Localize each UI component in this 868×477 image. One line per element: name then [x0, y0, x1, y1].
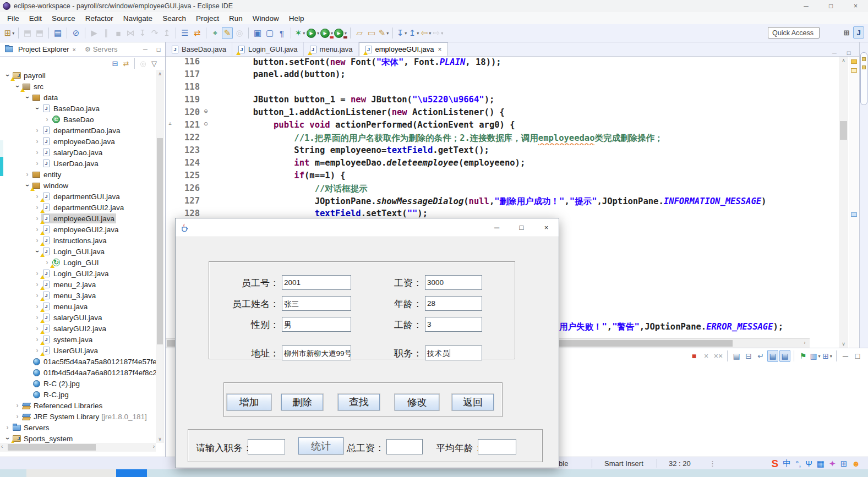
- editor-vertical-scrollbar[interactable]: ∧ ∨: [839, 57, 848, 348]
- tree-item-userdao-java[interactable]: ›JUserDao.java: [0, 158, 156, 169]
- ime-mic-icon[interactable]: Ψ: [805, 459, 812, 468]
- scroll-up-icon[interactable]: ∧: [839, 58, 848, 63]
- restore-view-icon[interactable]: [862, 57, 866, 61]
- open-type-icon[interactable]: ▣: [252, 27, 263, 39]
- info-marker[interactable]: [851, 212, 857, 217]
- open-type-hierarchy-icon[interactable]: ▱: [354, 27, 365, 39]
- job-input[interactable]: [248, 439, 285, 454]
- tree-item-basedao[interactable]: ›CBaseDao: [0, 114, 156, 125]
- minimize-editor-icon[interactable]: ─: [827, 50, 842, 56]
- tree-item-menu-2-java[interactable]: ›Jmenu_2.java: [0, 279, 156, 290]
- expand-arrow-icon[interactable]: ›: [33, 138, 41, 145]
- tree-item-departmentgui-java[interactable]: ›JdepartmentGUI.java: [0, 191, 156, 202]
- tree-item-01ac5f5d4aa7a5a8012187f4e57fe2-j[interactable]: 01ac5f5d4aa7a5a8012187f4e57fe2.j: [0, 356, 156, 367]
- show-stderr-console-icon[interactable]: ▤: [779, 350, 790, 362]
- dropdown-arrow-icon[interactable]: ▾: [818, 354, 821, 359]
- tree-item-r-c-2-jpg[interactable]: R-C (2).jpg: [0, 378, 156, 389]
- resume-icon[interactable]: ▶: [89, 27, 100, 39]
- scroll-right-icon[interactable]: ›: [801, 340, 809, 346]
- last-edit-location-icon[interactable]: ↧▾: [396, 27, 407, 39]
- ime-keyboard-icon[interactable]: ▦: [817, 459, 825, 469]
- scroll-lock-icon[interactable]: ⊟: [743, 350, 754, 362]
- tree-item-payroll[interactable]: ›Jpayroll: [0, 70, 156, 81]
- editor-tab-login-gui-java[interactable]: JLogin_GUI.java: [232, 42, 304, 56]
- ime-skin-icon[interactable]: ✦: [829, 459, 836, 469]
- tree-item-login-gui-java[interactable]: ›JLogin_GUI.java: [0, 246, 156, 257]
- show-stdout-console-icon[interactable]: ▤: [767, 350, 778, 362]
- tree-item-employeedao-java[interactable]: ›JemployeeDao.java: [0, 136, 156, 147]
- step-over-icon[interactable]: ↷: [149, 27, 160, 39]
- menu-help[interactable]: Help: [284, 14, 309, 23]
- minimize-window-icon[interactable]: ─: [794, 0, 818, 12]
- run-icon[interactable]: ▶▾: [307, 27, 319, 39]
- expand-arrow-icon[interactable]: ›: [23, 171, 31, 178]
- view-tab-project-explorer[interactable]: Project Explorer×: [0, 42, 80, 56]
- show-whitespace-icon[interactable]: ¶: [276, 27, 287, 39]
- dropdown-arrow-icon[interactable]: ▾: [317, 31, 319, 36]
- next-edit-location-icon[interactable]: ↥▾: [408, 27, 419, 39]
- menu-file[interactable]: File: [2, 14, 24, 23]
- annotate-icon[interactable]: ✎▾: [378, 27, 389, 39]
- field-input[interactable]: 柳州市新柳大道99号: [282, 346, 351, 360]
- fast-view-bar[interactable]: [860, 52, 867, 105]
- tree-item-menu-3-java[interactable]: ›Jmenu_3.java: [0, 290, 156, 301]
- total-salary-input[interactable]: [386, 439, 423, 454]
- field-input[interactable]: 技术员: [425, 346, 482, 360]
- open-console-icon[interactable]: ⊞▾: [822, 350, 833, 362]
- open-resource-icon[interactable]: ▢: [264, 27, 275, 39]
- expand-arrow-icon[interactable]: ›: [13, 413, 21, 420]
- tree-item-employeegui-java[interactable]: ›JemployeeGUI.java: [0, 213, 156, 224]
- editor-tab-menu-java[interactable]: Jmenu.java: [304, 42, 359, 56]
- dropdown-arrow-icon[interactable]: ▾: [331, 31, 333, 36]
- expand-arrow-icon[interactable]: ›: [33, 149, 41, 156]
- open-element-icon[interactable]: ☰: [179, 27, 190, 39]
- dialog-button-0[interactable]: 增加: [227, 394, 271, 410]
- forward-icon[interactable]: ⇨▾: [433, 27, 444, 39]
- fold-collapse-icon[interactable]: ⊖: [200, 120, 212, 133]
- ime-emoji-icon[interactable]: ☻: [851, 459, 860, 468]
- taskbar-active-button[interactable]: [116, 469, 147, 477]
- coverage-icon[interactable]: ▶▾: [320, 27, 333, 39]
- menu-refactor[interactable]: Refactor: [80, 14, 118, 23]
- dropdown-arrow-icon[interactable]: ▾: [12, 31, 14, 36]
- maximize-editor-icon[interactable]: □: [842, 50, 856, 56]
- field-input[interactable]: 28: [425, 296, 482, 311]
- scroll-down-icon[interactable]: ∨: [839, 341, 848, 347]
- search-icon[interactable]: ⌖: [210, 27, 221, 39]
- field-input[interactable]: 男: [282, 317, 351, 332]
- view-menu-icon[interactable]: ▽: [149, 57, 159, 69]
- dropdown-arrow-icon[interactable]: ▾: [303, 31, 305, 36]
- occurrence-marker[interactable]: [851, 59, 857, 64]
- mark-occurrences-icon[interactable]: ✎: [222, 27, 233, 39]
- dialog-button-1[interactable]: 删除: [281, 394, 323, 410]
- editor-tab-employeegui-java[interactable]: JemployeeGUI.java×: [359, 42, 448, 56]
- disconnect-icon[interactable]: ⋈: [125, 27, 136, 39]
- scroll-up-icon[interactable]: ∧: [156, 71, 164, 76]
- close-window-icon[interactable]: ×: [843, 0, 868, 12]
- expand-arrow-icon[interactable]: ›: [3, 424, 12, 431]
- expand-arrow-icon[interactable]: ›: [43, 116, 51, 123]
- scrollbar-thumb[interactable]: [8, 444, 96, 451]
- menu-project[interactable]: Project: [191, 14, 224, 23]
- tree-item-system-java[interactable]: ›Jsystem.java: [0, 334, 156, 345]
- dropdown-arrow-icon[interactable]: ▾: [405, 31, 407, 36]
- focus-icon[interactable]: ◎: [138, 57, 148, 69]
- tree-item-basedao-java[interactable]: ›JBaseDao.java: [0, 103, 156, 114]
- remove-all-launches-icon[interactable]: ××: [713, 350, 724, 362]
- tree-item-departmentgui2-java[interactable]: ›JdepartmentGUI2.java: [0, 202, 156, 213]
- scroll-right-icon[interactable]: ›: [153, 443, 155, 449]
- project-tree[interactable]: ›Jpayroll›src›data›JBaseDao.java›CBaseDa…: [0, 70, 156, 443]
- menu-navigate[interactable]: Navigate: [118, 14, 157, 23]
- word-wrap-icon[interactable]: ↵: [755, 350, 766, 362]
- maximize-view-icon[interactable]: □: [852, 350, 863, 362]
- editor-tab-basedao-java[interactable]: JBaseDao.java: [166, 42, 232, 56]
- view-tab-servers[interactable]: ⚙Servers: [80, 42, 124, 56]
- field-input[interactable]: 3: [425, 317, 482, 332]
- scroll-down-icon[interactable]: ∨: [156, 436, 164, 442]
- dialog-maximize-icon[interactable]: □: [509, 218, 534, 237]
- tree-item-src[interactable]: ›src: [0, 81, 156, 92]
- tree-item-usergui-java[interactable]: ›JUserGUI.java: [0, 345, 156, 356]
- explorer-horizontal-scrollbar[interactable]: ‹ ›: [0, 443, 156, 452]
- minimize-view-icon[interactable]: ─: [139, 46, 152, 53]
- ime-toolbox-icon[interactable]: ⊞: [840, 459, 848, 469]
